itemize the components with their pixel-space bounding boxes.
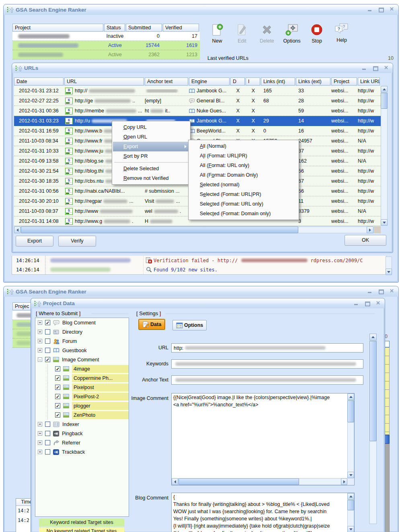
tree-item-trackback[interactable]: +Trackback: [35, 447, 129, 457]
url-table-row[interactable]: 2012-02-27 22:256http://ge..[empty]Gener…: [14, 96, 381, 106]
checkbox[interactable]: [45, 348, 50, 353]
column-header-link-url[interactable]: Link URL: [358, 77, 380, 86]
checkbox[interactable]: [45, 329, 50, 334]
checkbox[interactable]: ✓: [55, 403, 60, 408]
help-button[interactable]: ??Help: [331, 23, 352, 44]
scroll-down-icon[interactable]: [347, 472, 354, 478]
expand-toggle-icon[interactable]: +: [38, 339, 42, 343]
keywords-field[interactable]: [171, 359, 363, 369]
checkbox[interactable]: [45, 338, 50, 344]
image-comment-textarea[interactable]: {{Nice|Great|Good} image.|I like the {co…: [171, 393, 355, 485]
scroll-up-icon[interactable]: [381, 86, 388, 92]
verify-button[interactable]: Verify: [58, 236, 96, 247]
checkbox[interactable]: ✓: [55, 385, 60, 390]
scrollbar-thumb[interactable]: [21, 226, 298, 233]
submenu-item-selected-format-url-only-[interactable]: Selected (Format: URL only): [189, 199, 298, 209]
menu-item-remove-not-verified[interactable]: Remove not Verified: [113, 173, 189, 183]
minimize-icon[interactable]: [353, 301, 359, 306]
options-button[interactable]: Options: [281, 23, 302, 44]
minimize-icon[interactable]: [367, 7, 373, 12]
project-row[interactable]: Inactive017: [12, 32, 200, 41]
menu-item-delete-selected[interactable]: Delete Selected: [113, 164, 189, 173]
column-header-status[interactable]: Status: [104, 24, 125, 32]
close-icon[interactable]: [384, 66, 390, 71]
anchor-text-field[interactable]: [171, 375, 363, 385]
tree-item-indexer[interactable]: +Indexer: [35, 420, 129, 429]
column-header-date[interactable]: Date: [14, 77, 64, 86]
expand-toggle-icon[interactable]: +: [38, 348, 42, 353]
submenu-item-all-format-url-pr-[interactable]: All (Format: URL|PR): [189, 151, 298, 161]
menu-item-sort-by-pr[interactable]: Sort by PR: [113, 151, 189, 161]
export-button[interactable]: Export: [16, 236, 53, 247]
submenu-item-all-format-domain-only-[interactable]: All (Format: Domain Only): [189, 170, 298, 180]
expand-toggle-icon[interactable]: +: [38, 320, 42, 325]
expand-toggle-icon[interactable]: +: [38, 450, 42, 454]
expand-toggle-icon[interactable]: +: [38, 431, 42, 436]
scroll-down-icon[interactable]: [381, 219, 388, 226]
checkbox[interactable]: ✓: [45, 320, 50, 325]
project-row[interactable]: Active23621213: [12, 50, 200, 59]
scroll-up-icon[interactable]: [347, 393, 354, 400]
stop-button[interactable]: Stop: [306, 23, 327, 44]
checkbox[interactable]: ✓: [55, 394, 60, 399]
project-row[interactable]: Active157441619: [12, 41, 200, 50]
submenu-item-selected-normal-[interactable]: Selected (normal): [189, 180, 298, 190]
scroll-left-icon[interactable]: [172, 478, 178, 485]
menu-item-export[interactable]: Export: [113, 142, 189, 151]
column-header-submitted[interactable]: Submitted: [126, 24, 162, 32]
expand-toggle-icon[interactable]: +: [38, 422, 42, 426]
minimize-icon[interactable]: [367, 289, 373, 294]
minimize-icon[interactable]: [361, 66, 367, 71]
textarea-vscrollbar[interactable]: [347, 393, 354, 478]
url-table-row[interactable]: 2012-01-31 16:596http://www.bBeepWorld..…: [14, 126, 381, 136]
close-icon[interactable]: [390, 7, 395, 12]
tab-options[interactable]: Options: [172, 320, 207, 330]
scrollbar-thumb[interactable]: [369, 341, 377, 441]
url-table-row[interactable]: 2012-01-31 23:128http://Jambook G...XX16…: [14, 86, 381, 96]
scroll-up-icon[interactable]: [369, 334, 377, 340]
expand-toggle-icon[interactable]: -: [38, 357, 42, 362]
expand-toggle-icon[interactable]: +: [38, 440, 42, 445]
url-table-row[interactable]: 2012-01-31 00:366http://membe...htit..Nu…: [14, 106, 381, 116]
log-scrollbar[interactable]: [386, 257, 392, 275]
url-table-row[interactable]: 2012-01-31 03:236http://uJambook G...XX2…: [14, 116, 381, 126]
tree-item-plogger[interactable]: ✓plogger: [35, 401, 129, 410]
scroll-left-icon[interactable]: [14, 226, 21, 233]
maximize-icon[interactable]: [373, 66, 378, 71]
scroll-down-icon[interactable]: [347, 526, 354, 532]
column-header-project[interactable]: Project: [331, 77, 357, 86]
column-header-url[interactable]: URL: [64, 77, 144, 86]
checkbox[interactable]: [45, 431, 50, 436]
submenu-item-selected-format-url-pr-[interactable]: Selected (Format: URL|PR): [189, 190, 298, 199]
scrollbar-thumb[interactable]: [381, 93, 388, 109]
tree-item-blog-comment[interactable]: +✓Blog Comment: [35, 318, 129, 327]
new-button[interactable]: New: [207, 23, 228, 44]
scrollbar-thumb[interactable]: [347, 500, 354, 510]
tab-data[interactable]: Data: [139, 319, 165, 330]
submenu-item-all-format-url-only-[interactable]: All (Format: URL only): [189, 161, 298, 170]
scrollbar-thumb[interactable]: [178, 478, 299, 485]
expand-toggle-icon[interactable]: +: [38, 330, 42, 334]
scrollbar-thumb[interactable]: [347, 400, 354, 422]
tree-item-pixelpost[interactable]: ✓Pixelpost: [35, 383, 129, 392]
maximize-icon[interactable]: [365, 301, 370, 306]
column-header-verified[interactable]: Verified: [163, 24, 199, 32]
checkbox[interactable]: ✓: [55, 375, 60, 381]
textarea-hscrollbar[interactable]: [172, 478, 347, 485]
maximize-icon[interactable]: [378, 7, 384, 12]
submenu-item-selected-format-domain-only-[interactable]: Selected (Format: Domain only): [189, 209, 298, 218]
maximize-icon[interactable]: [378, 289, 384, 294]
column-header-engine[interactable]: Engine: [189, 77, 230, 86]
column-header-i[interactable]: I: [246, 77, 260, 86]
column-header-anchor-text[interactable]: Anchor text: [145, 77, 188, 86]
textarea-vscrollbar[interactable]: [347, 493, 354, 532]
column-header-links-int-[interactable]: Links (int): [261, 77, 295, 86]
column-header-links-ext-[interactable]: Links (ext): [296, 77, 330, 86]
scroll-right-icon[interactable]: [367, 226, 373, 233]
ok-button[interactable]: OK: [345, 235, 386, 246]
checkbox[interactable]: [45, 440, 50, 445]
tree-item-forum[interactable]: +Forum: [35, 336, 129, 346]
checkbox[interactable]: [45, 449, 50, 455]
horizontal-scrollbar[interactable]: [14, 226, 381, 233]
checkbox[interactable]: ✓: [55, 366, 60, 371]
